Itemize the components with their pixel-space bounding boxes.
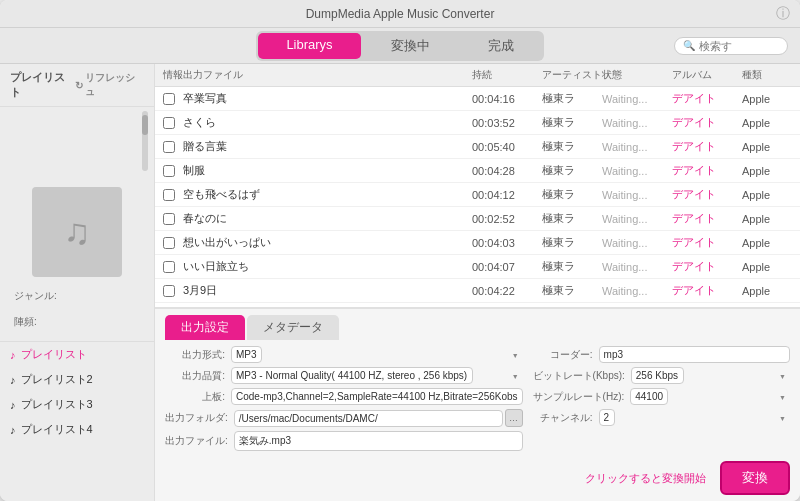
format-label: 出力形式: xyxy=(165,348,225,362)
track-album[interactable]: デアイト xyxy=(672,187,742,202)
track-status: Waiting... xyxy=(602,285,672,297)
track-checkbox[interactable] xyxy=(163,117,175,129)
track-checkbox[interactable] xyxy=(163,165,175,177)
search-icon: 🔍 xyxy=(683,40,695,51)
samplerate-select[interactable]: 44100 xyxy=(630,388,668,405)
settings-left: 出力形式: MP3 出力品質: xyxy=(165,346,523,451)
format-select-wrapper: MP3 xyxy=(231,346,523,363)
format-select[interactable]: MP3 xyxy=(231,346,262,363)
track-album[interactable]: デアイト xyxy=(672,211,742,226)
track-checkbox[interactable] xyxy=(163,141,175,153)
sidebar-title: プレイリスト xyxy=(10,70,75,100)
tab-output-settings[interactable]: 出力設定 xyxy=(165,315,245,340)
track-name: 想い出がいっぱい xyxy=(183,235,472,250)
track-status: Waiting... xyxy=(602,93,672,105)
sidebar-item-playlist4[interactable]: ♪ プレイリスト4 xyxy=(0,417,154,442)
quality-select-wrapper: MP3 - Normal Quality( 44100 HZ, stereo ,… xyxy=(231,367,523,384)
track-duration: 00:04:03 xyxy=(472,237,542,249)
sidebar-item-playlist2[interactable]: ♪ プレイリスト2 xyxy=(0,367,154,392)
track-album[interactable]: デアイト xyxy=(672,283,742,298)
upper-value: Code-mp3,Channel=2,SampleRate=44100 Hz,B… xyxy=(231,388,523,405)
sidebar-item-playlist3[interactable]: ♪ プレイリスト3 xyxy=(0,392,154,417)
track-checkbox[interactable] xyxy=(163,189,175,201)
music-icon: ♪ xyxy=(10,349,16,361)
header-type: 種類 xyxy=(742,68,792,82)
track-album[interactable]: デアイト xyxy=(672,163,742,178)
track-checkbox[interactable] xyxy=(163,93,175,105)
search-input[interactable] xyxy=(699,40,779,52)
track-status: Waiting... xyxy=(602,261,672,273)
track-rows: 卒業写真 00:04:16 極東ラ Waiting... デアイト Apple … xyxy=(155,87,800,307)
coder-input[interactable] xyxy=(599,346,790,363)
file-row: 出力ファイル: 楽気み.mp3 xyxy=(165,431,523,451)
track-artist: 極東ラ xyxy=(542,139,602,154)
track-type: Apple xyxy=(742,93,792,105)
track-album[interactable]: デアイト xyxy=(672,91,742,106)
samplerate-row: サンプルレート(Hz): 44100 xyxy=(533,388,790,405)
table-row: さくら 00:03:52 極東ラ Waiting... デアイト Apple xyxy=(155,111,800,135)
track-status: Waiting... xyxy=(602,189,672,201)
table-row: 贈る言葉 00:05:40 極東ラ Waiting... デアイト Apple xyxy=(155,135,800,159)
track-duration: 00:04:16 xyxy=(472,93,542,105)
app-window: DumpMedia Apple Music Converter ⓘ Librar… xyxy=(0,0,800,501)
bottom-tabs: 出力設定 メタデータ xyxy=(155,309,800,340)
channel-select[interactable]: 2 xyxy=(599,409,615,426)
upper-row: 上板: Code-mp3,Channel=2,SampleRate=44100 … xyxy=(165,388,523,405)
track-album[interactable]: デアイト xyxy=(672,235,742,250)
refresh-button[interactable]: ↻ リフレッシュ xyxy=(75,71,144,99)
bottom-panel: 出力設定 メタデータ 出力形式: MP3 xyxy=(155,307,800,501)
bitrate-control: 256 Kbps xyxy=(631,367,790,384)
file-label: 出力ファイル: xyxy=(165,434,228,448)
channel-label: チャンネル: xyxy=(533,411,593,425)
track-checkbox[interactable] xyxy=(163,285,175,297)
channel-control: 2 xyxy=(599,409,790,426)
table-row: 制服 00:04:28 極東ラ Waiting... デアイト Apple xyxy=(155,159,800,183)
titlebar: DumpMedia Apple Music Converter ⓘ xyxy=(0,0,800,28)
bitrate-label: ビットレート(Kbps): xyxy=(533,369,625,383)
file-value: 楽気み.mp3 xyxy=(234,431,523,451)
scrollbar-thumb[interactable] xyxy=(142,115,148,135)
track-name: 空も飛べるはず xyxy=(183,187,472,202)
quality-select[interactable]: MP3 - Normal Quality( 44100 HZ, stereo ,… xyxy=(231,367,473,384)
info-icon[interactable]: ⓘ xyxy=(776,5,790,23)
track-album[interactable]: デアイト xyxy=(672,139,742,154)
music-icon-4: ♪ xyxy=(10,424,16,436)
track-type: Apple xyxy=(742,261,792,273)
settings-right: コーダー: ビットレート(Kbps): 256 Kbps xyxy=(533,346,790,451)
content-area: 情報 出力ファイル 持続 アーティスト 状態 アルバム 種類 卒業写真 00:0… xyxy=(155,64,800,501)
track-list: 情報 出力ファイル 持続 アーティスト 状態 アルバム 種類 卒業写真 00:0… xyxy=(155,64,800,307)
track-checkbox[interactable] xyxy=(163,261,175,273)
upper-label: 上板: xyxy=(165,390,225,404)
music-icon-2: ♪ xyxy=(10,374,16,386)
track-type: Apple xyxy=(742,117,792,129)
quality-row: 出力品質: MP3 - Normal Quality( 44100 HZ, st… xyxy=(165,367,523,384)
convert-button[interactable]: 変換 xyxy=(720,461,790,495)
bitrate-row: ビットレート(Kbps): 256 Kbps xyxy=(533,367,790,384)
samplerate-control: 44100 xyxy=(630,388,790,405)
track-checkbox[interactable] xyxy=(163,213,175,225)
track-album[interactable]: デアイト xyxy=(672,115,742,130)
track-album[interactable]: デアイト xyxy=(672,259,742,274)
settings-grid: 出力形式: MP3 出力品質: xyxy=(155,340,800,457)
track-status: Waiting... xyxy=(602,165,672,177)
tab-metadata[interactable]: メタデータ xyxy=(247,315,339,340)
header-album: アルバム xyxy=(672,68,742,82)
track-checkbox[interactable] xyxy=(163,237,175,249)
track-duration: 00:04:28 xyxy=(472,165,542,177)
tab-converting[interactable]: 変換中 xyxy=(363,33,458,59)
main-tabs: Librarys 変換中 完成 xyxy=(256,31,543,61)
track-duration: 00:05:40 xyxy=(472,141,542,153)
sidebar-item-playlist1[interactable]: ♪ プレイリスト xyxy=(0,342,154,367)
playlist-list: ♪ プレイリスト ♪ プレイリスト2 ♪ プレイリスト3 ♪ プレイリスト4 xyxy=(0,341,154,442)
browse-folder-button[interactable]: … xyxy=(505,409,523,427)
track-name: さくら xyxy=(183,115,472,130)
track-status: Waiting... xyxy=(602,117,672,129)
tab-library[interactable]: Librarys xyxy=(258,33,360,59)
bitrate-select[interactable]: 256 Kbps xyxy=(631,367,684,384)
track-duration: 00:04:07 xyxy=(472,261,542,273)
coder-control xyxy=(599,346,790,363)
tab-done[interactable]: 完成 xyxy=(460,33,542,59)
track-artist: 極東ラ xyxy=(542,235,602,250)
quality-label: 出力品質: xyxy=(165,369,225,383)
samplerate-select-wrapper: 44100 xyxy=(630,388,790,405)
